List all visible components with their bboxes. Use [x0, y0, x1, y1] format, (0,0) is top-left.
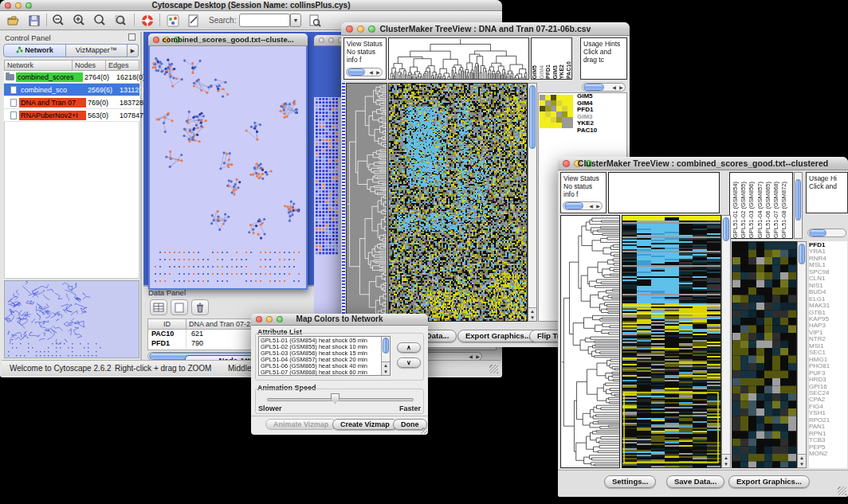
vizmapper-icon[interactable] — [166, 14, 180, 31]
column-dendrogram-canvas[interactable] — [389, 38, 528, 79]
tabs-overflow-arrow[interactable]: ▶ — [128, 44, 139, 57]
column-label[interactable]: YKE2 — [559, 64, 565, 79]
row-dendrogram-panel[interactable] — [560, 215, 620, 468]
scroll-left-icon[interactable]: ◀ — [367, 68, 375, 76]
scroll-left-icon[interactable]: ◀ — [467, 354, 474, 359]
treeview-dna-titlebar[interactable]: ClusterMaker TreeView : DNA and Tran 07-… — [341, 22, 630, 36]
matrix-cell[interactable] — [551, 95, 556, 100]
col-network[interactable]: Network — [4, 60, 73, 71]
matrix-cell[interactable] — [562, 123, 567, 128]
fragment-titlebar[interactable] — [314, 35, 341, 46]
matrix-cell[interactable] — [540, 100, 545, 106]
matrix-cell[interactable] — [562, 117, 567, 123]
matrix-cell[interactable] — [540, 117, 545, 123]
scroll-left-icon[interactable]: ◀ — [587, 202, 595, 210]
main-titlebar[interactable]: Cytoscape Desktop (Session Name: collins… — [0, 0, 502, 11]
correlation-matrix[interactable] — [540, 95, 573, 128]
matrix-cell[interactable] — [567, 106, 573, 111]
scroll-arrows[interactable]: ▲▼ — [382, 361, 390, 375]
scroll-right-icon[interactable]: ▶ — [375, 68, 382, 76]
column-label[interactable]: GPL51-01 (GSM854) — [732, 182, 740, 238]
matrix-cell[interactable] — [567, 123, 573, 128]
heatmap-canvas[interactable] — [622, 216, 720, 467]
attribute-list-scrollbar[interactable]: ▲▼ — [381, 337, 390, 375]
gene-label[interactable]: MON2 — [809, 451, 847, 457]
scroll-right-icon[interactable]: ▶ — [618, 84, 625, 90]
matrix-cell[interactable] — [556, 111, 562, 117]
scroll-right-icon[interactable]: ▶ — [474, 354, 481, 359]
new-attribute-button[interactable] — [171, 299, 188, 315]
tab-vizmapper[interactable]: VizMapper™ — [66, 44, 128, 57]
matrix-cell[interactable] — [556, 95, 562, 100]
view-status-scrollbar[interactable]: ◀ ▶ — [563, 201, 603, 210]
column-label[interactable]: GPL51-03 (GSM856) — [748, 182, 756, 238]
search-dropdown-icon[interactable]: ▼ — [290, 14, 301, 27]
scroll-arrows[interactable]: ▲▼ — [798, 454, 806, 467]
column-label[interactable]: GIM4 — [539, 65, 545, 79]
matrix-cell[interactable] — [540, 106, 545, 111]
row-dendrogram-canvas[interactable] — [561, 216, 619, 467]
column-label[interactable]: GIM3 — [552, 65, 559, 79]
matrix-cell[interactable] — [567, 95, 573, 100]
column-dendrogram-panel[interactable] — [388, 37, 529, 80]
minimize-icon[interactable] — [328, 37, 334, 43]
usage-hints-scrollbar[interactable]: ◀ ▶ — [582, 83, 626, 92]
fragment-network-canvas[interactable] — [315, 97, 340, 256]
col-edges[interactable]: Edges — [106, 60, 139, 71]
matrix-cell[interactable] — [562, 106, 567, 111]
move-up-button[interactable]: ∧ — [397, 342, 421, 353]
matrix-cell[interactable] — [545, 95, 551, 100]
close-icon[interactable] — [319, 37, 324, 43]
matrix-cell[interactable] — [551, 100, 556, 106]
column-label[interactable]: GIM5 — [532, 65, 538, 79]
matrix-cell[interactable] — [567, 111, 573, 117]
matrix-cell[interactable] — [556, 106, 562, 111]
help-ring-icon[interactable] — [140, 14, 155, 31]
treeview-resize-grip[interactable] — [838, 486, 846, 495]
column-label[interactable]: PFD1 — [545, 64, 552, 79]
matrix-cell[interactable] — [551, 111, 556, 117]
open-folder-icon[interactable] — [6, 14, 21, 31]
dialog-titlebar[interactable]: Map Colors to Network — [251, 314, 428, 326]
matrix-cell[interactable] — [562, 95, 567, 100]
row-dendrogram-panel[interactable] — [346, 83, 387, 322]
export-graphics-button[interactable]: Export Graphics... — [457, 330, 539, 342]
data-col-id[interactable]: ID — [148, 319, 186, 330]
save-data-button[interactable]: Save Data... — [666, 475, 724, 488]
scroll-left-icon[interactable]: ◀ — [610, 84, 618, 90]
matrix-cell[interactable] — [551, 123, 556, 128]
matrix-cell[interactable] — [551, 117, 556, 123]
create-vizmap-button[interactable]: Create Vizmap — [332, 419, 398, 430]
column-label[interactable]: PAC10 — [566, 61, 572, 79]
matrix-cell[interactable] — [562, 100, 567, 106]
zoom-fit-icon[interactable] — [92, 14, 107, 31]
matrix-cell[interactable] — [545, 111, 551, 117]
column-label[interactable]: GPL51-02 (GSM855) — [740, 182, 748, 238]
column-labels-scrollbar[interactable] — [794, 172, 803, 239]
matrix-cell[interactable] — [567, 100, 573, 106]
settings-button[interactable]: Settings... — [604, 475, 656, 488]
heatmap-panel[interactable] — [622, 215, 721, 468]
scroll-arrows[interactable]: ▲▼ — [722, 454, 730, 467]
zoom-v-scrollbar[interactable]: ▲▼ — [797, 241, 807, 468]
col-nodes[interactable]: Nodes — [73, 60, 106, 71]
view-status-scrollbar[interactable]: ◀ ▶ — [346, 68, 383, 76]
matrix-cell[interactable] — [567, 117, 573, 123]
attribute-list-item[interactable]: GPL51-07 (GSM868) heat shock 60 min — [259, 369, 390, 376]
column-label[interactable]: GPL51-04 (GSM857) — [756, 182, 764, 238]
scroll-arrows[interactable]: ▲▼ — [528, 307, 536, 321]
main-resize-grip[interactable] — [489, 365, 498, 373]
network-list-row[interactable]: combined_sco2569(6)13112(15) — [4, 84, 139, 96]
matrix-cell[interactable] — [540, 111, 545, 117]
matrix-cell[interactable] — [556, 117, 562, 123]
search-input[interactable] — [239, 14, 290, 27]
column-label[interactable]: GPL51-08 (GSM872) — [780, 182, 788, 238]
network-list-row[interactable]: DNA and Tran 07769(0)183728(0) — [4, 96, 139, 109]
network-list-row[interactable]: RNAPuberNov2+I563(0)107847(0) — [4, 109, 139, 122]
network-list-empty-area[interactable] — [4, 122, 139, 279]
heatmap-v-scrollbar[interactable]: ▲▼ — [721, 215, 731, 468]
dialog-resize-grip[interactable] — [421, 428, 427, 434]
table-mode-button[interactable] — [150, 299, 167, 315]
heatmap-canvas[interactable] — [389, 84, 527, 321]
matrix-cell[interactable] — [562, 111, 567, 117]
